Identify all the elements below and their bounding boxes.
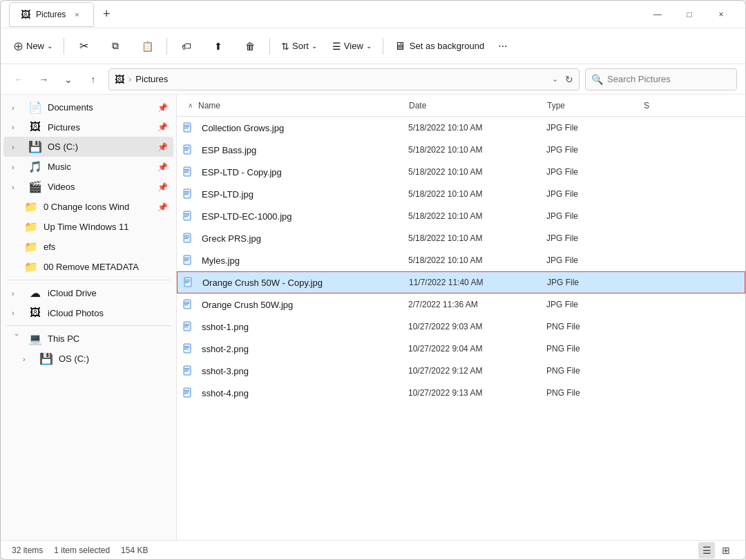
- view-label: View: [344, 41, 363, 51]
- col-name-header[interactable]: ∧ Name: [182, 101, 403, 110]
- search-input[interactable]: [607, 74, 731, 84]
- tab-pictures[interactable]: 🖼 Pictures ×: [9, 2, 94, 27]
- sidebar-item-videos[interactable]: › 🎬 Videos 📌: [3, 177, 173, 197]
- file-row[interactable]: Myles.jpg 5/18/2022 10:10 AM JPG File: [177, 249, 745, 271]
- file-row[interactable]: sshot-3.png 10/27/2022 9:12 AM PNG File: [177, 360, 745, 382]
- svg-rect-9: [184, 169, 189, 170]
- col-size-header[interactable]: S: [638, 101, 740, 110]
- svg-rect-17: [184, 213, 189, 214]
- sidebar-label-osc-sub: OS (C:): [59, 354, 168, 364]
- addressbar: ← → ⌄ ↑ 🖼 › Pictures ⌄ ↻ 🔍: [1, 64, 745, 95]
- file-icon-3: [182, 189, 199, 200]
- search-box[interactable]: 🔍: [585, 68, 737, 90]
- tab-close-button[interactable]: ×: [71, 9, 82, 20]
- file-type-8: JPG File: [541, 300, 638, 309]
- file-row[interactable]: ESP Bass.jpg 5/18/2022 10:10 AM JPG File: [177, 139, 745, 161]
- icloud-photos-expand-icon: ›: [12, 309, 23, 317]
- address-refresh-icon[interactable]: ↻: [565, 74, 573, 85]
- sidebar-item-uptime[interactable]: 📁 Up Time WIndows 11: [3, 217, 173, 237]
- sidebar-expand-osc: ›: [12, 143, 23, 151]
- change-icons-icon: 📁: [24, 200, 38, 213]
- sidebar-label-efs: efs: [44, 242, 168, 252]
- sidebar-divider-1: [6, 280, 171, 280]
- status-size: 154 KB: [121, 545, 148, 555]
- sort-button[interactable]: ⇅ Sort ⌄: [274, 31, 324, 61]
- view-button[interactable]: ☰ View ⌄: [325, 31, 379, 61]
- paste-button[interactable]: 📋: [132, 31, 162, 61]
- svg-rect-13: [184, 191, 189, 192]
- svg-rect-51: [184, 393, 188, 394]
- new-tab-button[interactable]: +: [97, 5, 116, 24]
- sidebar-item-change-icons[interactable]: 📁 0 Change Icons Wind 📌: [3, 197, 173, 217]
- address-dropdown-icon[interactable]: ⌄: [552, 75, 558, 84]
- col-type-header[interactable]: Type: [542, 101, 638, 110]
- col-sort-arrow: ∧: [188, 102, 193, 109]
- list-view-toggle[interactable]: ☰: [698, 542, 715, 559]
- svg-rect-43: [184, 349, 188, 349]
- sidebar-item-osc[interactable]: › 💾 OS (C:) 📌: [3, 137, 173, 157]
- maximize-button[interactable]: □: [673, 3, 705, 26]
- rename-button[interactable]: 🏷: [171, 31, 202, 61]
- address-bar[interactable]: 🖼 › Pictures ⌄ ↻: [108, 68, 580, 90]
- more-button[interactable]: ···: [492, 31, 513, 61]
- file-row[interactable]: Greck PRS.jpg 5/18/2022 10:10 AM JPG Fil…: [177, 227, 745, 249]
- svg-rect-46: [184, 369, 189, 370]
- minimize-button[interactable]: —: [642, 3, 673, 26]
- status-selected: 1 item selected: [54, 545, 110, 555]
- pictures-icon: 🖼: [28, 121, 42, 133]
- set-as-background-button[interactable]: 🖥 Set as background: [388, 31, 491, 61]
- share-button[interactable]: ⬆: [203, 31, 233, 61]
- cut-button[interactable]: ✂: [68, 31, 99, 61]
- file-row[interactable]: Orange Crush 50W - Copy.jpg 11/7/2022 11…: [177, 271, 745, 293]
- svg-rect-7: [184, 150, 188, 151]
- copy-button[interactable]: ⧉: [100, 31, 131, 61]
- svg-rect-23: [184, 238, 188, 239]
- sidebar-item-music[interactable]: › 🎵 Music 📌: [3, 157, 173, 177]
- uptime-icon: 📁: [24, 220, 38, 233]
- sidebar-item-this-pc[interactable]: › 💻 This PC: [3, 329, 173, 349]
- close-button[interactable]: ×: [705, 3, 737, 26]
- file-icon-4: [182, 211, 199, 222]
- sidebar-item-remove-meta[interactable]: 📁 00 Remove METADATA: [3, 257, 173, 277]
- svg-rect-10: [184, 171, 189, 171]
- file-row[interactable]: sshot-4.png 10/27/2022 9:13 AM PNG File: [177, 382, 745, 404]
- file-row[interactable]: ESP-LTD-EC-1000.jpg 5/18/2022 10:10 AM J…: [177, 205, 745, 227]
- file-row[interactable]: ESP-LTD.jpg 5/18/2022 10:10 AM JPG File: [177, 183, 745, 205]
- file-row[interactable]: sshot-2.png 10/27/2022 9:04 AM PNG File: [177, 338, 745, 360]
- address-path: Pictures: [135, 74, 545, 84]
- status-count: 32 items: [12, 545, 43, 555]
- file-row[interactable]: ESP-LTD - Copy.jpg 5/18/2022 10:10 AM JP…: [177, 161, 745, 183]
- col-date-label: Date: [409, 101, 426, 110]
- paste-icon: 📋: [142, 41, 153, 52]
- sidebar-pin-documents: 📌: [157, 103, 168, 113]
- file-row[interactable]: Collection Grows.jpg 5/18/2022 10:10 AM …: [177, 117, 745, 139]
- new-button[interactable]: ⊕ New ⌄: [6, 31, 59, 61]
- forward-button[interactable]: →: [34, 70, 53, 89]
- sidebar-item-osc-sub[interactable]: › 💾 OS (C:): [3, 349, 173, 369]
- sidebar-label-documents: Documents: [48, 102, 152, 113]
- back-button[interactable]: ←: [9, 70, 28, 89]
- grid-view-toggle[interactable]: ⊞: [718, 542, 734, 559]
- svg-rect-50: [184, 392, 189, 392]
- file-name-7: Orange Crush 50W - Copy.jpg: [200, 278, 403, 288]
- file-type-9: PNG File: [541, 322, 638, 331]
- sidebar-item-icloud-photos[interactable]: › 🖼 iCloud Photos: [3, 303, 173, 322]
- col-date-header[interactable]: Date: [403, 101, 542, 110]
- file-list-body: Collection Grows.jpg 5/18/2022 10:10 AM …: [177, 117, 745, 540]
- svg-rect-27: [184, 260, 188, 261]
- file-row[interactable]: Orange Crush 50W.jpg 2/7/2022 11:36 AM J…: [177, 293, 745, 316]
- sidebar-item-icloud-drive[interactable]: › ☁ iCloud Drive: [3, 283, 173, 303]
- sidebar-item-pictures[interactable]: › 🖼 Pictures 📌: [3, 117, 173, 137]
- titlebar: 🖼 Pictures × + — □ ×: [1, 1, 745, 28]
- svg-rect-18: [184, 215, 189, 215]
- up-button[interactable]: ↑: [84, 70, 103, 89]
- file-type-12: PNG File: [541, 388, 638, 398]
- delete-button[interactable]: 🗑: [235, 31, 265, 61]
- svg-rect-42: [184, 347, 189, 348]
- file-icon-10: [182, 343, 199, 354]
- recent-button[interactable]: ⌄: [59, 70, 78, 89]
- sidebar-item-documents[interactable]: › 📄 Documents 📌: [3, 97, 173, 117]
- file-type-7: JPG File: [542, 278, 638, 287]
- sidebar-item-efs[interactable]: 📁 efs: [3, 237, 173, 257]
- file-row[interactable]: sshot-1.png 10/27/2022 9:03 AM PNG File: [177, 316, 745, 338]
